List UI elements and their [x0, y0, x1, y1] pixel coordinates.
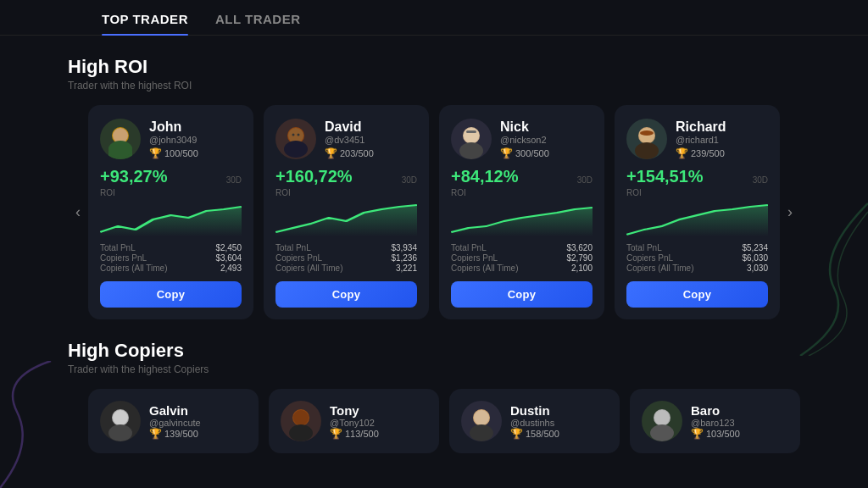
roi-label-richard: ROI [626, 188, 768, 197]
trophy-icon-john: 🏆 [149, 147, 162, 159]
roi-row-nick: +84,12% 30D [451, 168, 593, 185]
trader-rank-richard: 🏆 239/500 [676, 147, 726, 159]
trader-card-david: David @dv3451 🏆 203/500 +160,72% 30D ROI [264, 105, 429, 319]
svg-point-25 [293, 410, 309, 425]
stat-copiers-pnl-richard: Copiers PnL $6,030 [626, 253, 768, 263]
svg-point-28 [474, 410, 489, 425]
copier-rank-baro: 🏆 103/500 [691, 428, 740, 440]
tab-top-trader[interactable]: TOP TRADER [102, 12, 188, 35]
copier-rank-dustin: 🏆 158/500 [510, 428, 559, 440]
copier-handle-baro: @baro123 [691, 418, 740, 428]
stat-label-copiers-pnl-richard: Copiers PnL [626, 253, 673, 263]
svg-point-29 [470, 424, 493, 441]
high-copiers-title: High Copiers [68, 340, 800, 362]
copier-header-dustin: Dustin @dustinhs 🏆 158/500 [461, 401, 608, 441]
copier-trophy-icon-galvin: 🏆 [149, 428, 162, 440]
mini-chart-nick [451, 202, 593, 236]
copier-avatar-galvin [100, 401, 141, 441]
stat-total-pnl-nick: Total PnL $3,620 [451, 243, 593, 252]
next-arrow[interactable]: › [780, 202, 800, 223]
high-roi-cards-row: ‹ John @john3049 🏆 100/500 +93,27% 30D R… [68, 105, 800, 319]
trader-header-john: John @john3049 🏆 100/500 [100, 119, 242, 159]
avatar-richard [626, 119, 667, 159]
copier-trophy-icon-dustin: 🏆 [510, 428, 523, 440]
svg-point-31 [654, 410, 670, 425]
svg-point-26 [289, 424, 313, 441]
mini-chart-david [275, 202, 417, 236]
period-label-richard: 30D [753, 175, 768, 185]
stat-label-copiers-pnl-david: Copiers PnL [275, 253, 322, 263]
stat-label-total-pnl-david: Total PnL [275, 243, 311, 252]
stat-value-total-pnl-richard: $5,234 [742, 243, 768, 252]
copier-name-tony: Tony [330, 403, 379, 418]
stat-value-copiers-all-time-david: 3,221 [396, 263, 417, 273]
stat-copiers-pnl-david: Copiers PnL $1,236 [275, 253, 417, 263]
trader-info-nick: Nick @nickson2 🏆 300/500 [500, 119, 549, 159]
trader-info-david: David @dv3451 🏆 203/500 [325, 119, 374, 159]
stat-copiers-pnl-john: Copiers PnL $3,604 [100, 253, 242, 263]
copier-avatar-baro [642, 401, 682, 441]
tab-all-trader[interactable]: ALL TRADER [215, 12, 301, 35]
svg-point-19 [640, 130, 654, 136]
trader-card-john: John @john3049 🏆 100/500 +93,27% 30D ROI [88, 105, 253, 319]
stat-value-copiers-pnl-david: $1,236 [391, 253, 417, 263]
copier-trophy-icon-tony: 🏆 [330, 428, 342, 440]
stat-copiers-pnl-nick: Copiers PnL $2,790 [451, 253, 593, 263]
stat-label-copiers-all-time-david: Copiers (All Time) [275, 263, 342, 273]
high-roi-subtitle: Trader with the highest ROI [68, 80, 800, 92]
copier-name-baro: Baro [691, 403, 740, 418]
roi-row-richard: +154,51% 30D [626, 168, 768, 185]
stats-david: Total PnL $3,934 Copiers PnL $1,236 Copi… [275, 243, 417, 273]
stat-value-copiers-pnl-nick: $2,790 [566, 253, 593, 263]
trader-handle-john: @john3049 [149, 135, 198, 145]
trader-rank-john: 🏆 100/500 [149, 147, 198, 159]
trader-rank-david: 🏆 203/500 [325, 147, 374, 159]
stat-value-total-pnl-nick: $3,620 [566, 243, 593, 252]
trader-info-john: John @john3049 🏆 100/500 [149, 119, 198, 159]
prev-arrow[interactable]: ‹ [68, 202, 88, 223]
trophy-icon-nick: 🏆 [500, 147, 513, 159]
copier-info-dustin: Dustin @dustinhs 🏆 158/500 [510, 403, 559, 440]
high-roi-cards-container: John @john3049 🏆 100/500 +93,27% 30D ROI [88, 105, 780, 319]
svg-point-12 [464, 128, 479, 143]
copier-name-galvin: Galvin [149, 403, 201, 418]
copy-button-david[interactable]: Copy [275, 281, 417, 308]
stat-label-copiers-all-time-john: Copiers (All Time) [100, 263, 167, 273]
trader-header-david: David @dv3451 🏆 203/500 [275, 119, 417, 159]
stat-label-copiers-pnl-nick: Copiers PnL [451, 253, 498, 263]
period-label-john: 30D [226, 175, 242, 185]
copier-rank-galvin: 🏆 139/500 [149, 428, 201, 440]
roi-label-nick: ROI [451, 188, 593, 197]
copier-trophy-icon-baro: 🏆 [691, 428, 704, 440]
copier-card-tony: Tony @Tony102 🏆 113/500 [269, 389, 439, 453]
copier-info-tony: Tony @Tony102 🏆 113/500 [330, 403, 379, 440]
stat-copiers-all-time-richard: Copiers (All Time) 3,030 [626, 263, 768, 273]
stat-total-pnl-richard: Total PnL $5,234 [626, 243, 768, 252]
copier-header-baro: Baro @baro123 🏆 103/500 [642, 401, 788, 441]
svg-point-18 [635, 142, 659, 159]
stat-label-total-pnl-richard: Total PnL [626, 243, 662, 252]
stat-value-copiers-pnl-richard: $6,030 [742, 253, 768, 263]
copier-header-tony: Tony @Tony102 🏆 113/500 [281, 401, 427, 441]
stats-nick: Total PnL $3,620 Copiers PnL $2,790 Copi… [451, 243, 593, 273]
copier-name-dustin: Dustin [510, 403, 559, 418]
copy-button-john[interactable]: Copy [100, 281, 242, 308]
trader-name-nick: Nick [500, 119, 549, 135]
svg-point-23 [108, 424, 132, 441]
copy-button-richard[interactable]: Copy [626, 281, 768, 308]
svg-marker-15 [451, 208, 593, 236]
trophy-icon-richard: 🏆 [676, 147, 688, 159]
svg-point-22 [113, 410, 128, 425]
copier-avatar-tony [281, 401, 321, 441]
roi-label-david: ROI [275, 188, 417, 197]
stat-value-total-pnl-john: $2,450 [215, 243, 242, 252]
trader-header-nick: Nick @nickson2 🏆 300/500 [451, 119, 593, 159]
copier-info-baro: Baro @baro123 🏆 103/500 [691, 403, 740, 440]
trader-handle-david: @dv3451 [325, 135, 374, 145]
copy-button-nick[interactable]: Copy [451, 281, 593, 308]
high-roi-section: High ROI Trader with the highest ROI ‹ J… [68, 56, 800, 319]
period-label-david: 30D [402, 175, 417, 185]
roi-value-nick: +84,12% [451, 168, 519, 185]
copier-handle-galvin: @galvincute [149, 418, 201, 428]
copier-rank-tony: 🏆 113/500 [330, 428, 379, 440]
